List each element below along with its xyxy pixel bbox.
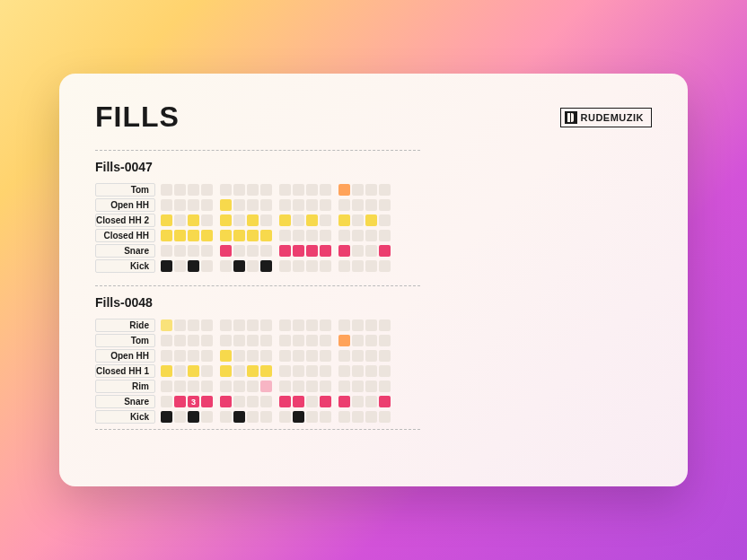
step-cell[interactable]	[201, 381, 213, 392]
step-cell[interactable]	[320, 411, 331, 423]
step-cell[interactable]	[201, 319, 213, 331]
step-cell[interactable]	[260, 260, 272, 272]
step-cell[interactable]	[320, 381, 331, 392]
step-cell[interactable]	[188, 184, 199, 196]
step-cell[interactable]	[365, 411, 377, 423]
step-cell[interactable]	[379, 199, 391, 211]
step-cell[interactable]	[338, 411, 350, 423]
step-cell[interactable]	[293, 335, 304, 346]
step-cell[interactable]	[233, 245, 245, 257]
step-cell[interactable]	[161, 230, 172, 241]
step-cell[interactable]	[306, 184, 318, 196]
step-cell[interactable]	[220, 365, 232, 377]
step-cell[interactable]	[352, 260, 364, 272]
step-cell[interactable]	[338, 230, 350, 241]
step-cell[interactable]	[188, 411, 199, 423]
step-cell[interactable]	[306, 335, 318, 346]
step-cell[interactable]	[201, 230, 213, 241]
step-cell[interactable]	[161, 319, 172, 331]
step-cell[interactable]	[247, 245, 259, 257]
step-cell[interactable]	[338, 245, 350, 257]
step-cell[interactable]	[188, 214, 199, 226]
step-cell[interactable]	[233, 319, 245, 331]
step-cell[interactable]	[352, 230, 364, 241]
step-cell[interactable]	[220, 214, 232, 226]
step-cell[interactable]	[233, 396, 245, 407]
step-cell[interactable]	[201, 396, 213, 407]
step-cell[interactable]	[365, 214, 377, 226]
step-cell[interactable]	[306, 214, 318, 226]
step-cell[interactable]	[220, 319, 232, 331]
step-cell[interactable]	[365, 319, 377, 331]
step-cell[interactable]	[161, 335, 172, 346]
step-cell[interactable]	[306, 396, 318, 407]
step-cell[interactable]	[174, 411, 186, 423]
step-cell[interactable]	[260, 184, 272, 196]
step-cell[interactable]	[247, 230, 259, 241]
step-cell[interactable]	[279, 350, 291, 362]
step-cell[interactable]	[338, 396, 350, 407]
step-cell[interactable]	[352, 350, 364, 362]
step-cell[interactable]	[161, 396, 172, 407]
step-cell[interactable]	[174, 319, 186, 331]
step-cell[interactable]	[260, 199, 272, 211]
step-cell[interactable]	[247, 319, 259, 331]
step-cell[interactable]	[220, 230, 232, 241]
step-cell[interactable]	[352, 245, 364, 257]
step-cell[interactable]	[174, 199, 186, 211]
step-cell[interactable]	[306, 350, 318, 362]
step-cell[interactable]	[293, 396, 304, 407]
step-cell[interactable]	[320, 335, 331, 346]
step-cell[interactable]	[260, 396, 272, 407]
step-cell[interactable]	[306, 381, 318, 392]
step-cell[interactable]	[279, 396, 291, 407]
step-cell[interactable]	[161, 260, 172, 272]
step-cell[interactable]	[279, 260, 291, 272]
step-cell[interactable]	[247, 199, 259, 211]
step-cell[interactable]	[161, 214, 172, 226]
step-cell[interactable]	[161, 350, 172, 362]
step-cell[interactable]	[260, 214, 272, 226]
step-cell[interactable]	[306, 260, 318, 272]
step-cell[interactable]	[293, 365, 304, 377]
step-cell[interactable]	[188, 381, 199, 392]
step-cell[interactable]	[201, 335, 213, 346]
step-cell[interactable]	[306, 411, 318, 423]
step-cell[interactable]	[379, 396, 391, 407]
step-cell[interactable]	[233, 260, 245, 272]
step-cell[interactable]	[352, 214, 364, 226]
step-cell[interactable]	[174, 260, 186, 272]
step-cell[interactable]	[320, 396, 331, 407]
step-cell[interactable]	[201, 350, 213, 362]
step-cell[interactable]	[279, 214, 291, 226]
step-cell[interactable]	[201, 214, 213, 226]
step-cell[interactable]	[365, 335, 377, 346]
step-cell[interactable]	[320, 365, 331, 377]
step-cell[interactable]	[352, 381, 364, 392]
step-cell[interactable]	[352, 184, 364, 196]
step-cell[interactable]	[338, 381, 350, 392]
step-cell[interactable]	[188, 260, 199, 272]
step-cell[interactable]	[260, 319, 272, 331]
step-cell[interactable]	[260, 365, 272, 377]
step-cell[interactable]	[233, 214, 245, 226]
step-cell[interactable]	[260, 245, 272, 257]
step-cell[interactable]	[174, 214, 186, 226]
step-cell[interactable]	[233, 230, 245, 241]
step-cell[interactable]	[293, 199, 304, 211]
step-cell[interactable]	[233, 199, 245, 211]
step-cell[interactable]	[188, 245, 199, 257]
step-cell[interactable]	[174, 350, 186, 362]
step-cell[interactable]	[338, 214, 350, 226]
step-cell[interactable]	[379, 245, 391, 257]
step-cell[interactable]	[161, 411, 172, 423]
step-cell[interactable]	[352, 365, 364, 377]
step-cell[interactable]	[260, 381, 272, 392]
step-cell[interactable]	[161, 381, 172, 392]
step-cell[interactable]	[279, 411, 291, 423]
step-cell[interactable]	[161, 245, 172, 257]
step-cell[interactable]	[279, 230, 291, 241]
step-cell[interactable]	[365, 350, 377, 362]
step-cell[interactable]	[365, 184, 377, 196]
step-cell[interactable]	[188, 319, 199, 331]
